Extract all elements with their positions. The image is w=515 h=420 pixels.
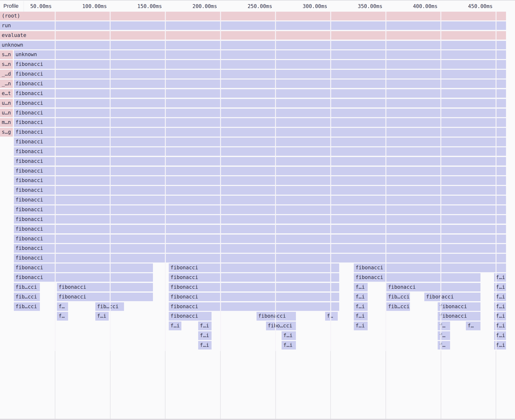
frame-bar[interactable]: m…n: [0, 118, 13, 127]
frame-bar[interactable]: fibonacci: [438, 302, 480, 311]
axis-tick-label: 150.00ms: [137, 0, 162, 12]
frame-bar[interactable]: fibo…cci: [266, 322, 296, 330]
gridline-overlay-250ms: [275, 12, 276, 351]
frame-bar[interactable]: f…: [438, 322, 450, 330]
frame-bar[interactable]: fib…cci: [14, 302, 40, 311]
frame-bar[interactable]: f…i: [354, 293, 368, 301]
frame-bar[interactable]: f…: [438, 331, 450, 340]
frame-bar[interactable]: fibonacci: [169, 273, 339, 282]
frame-bar[interactable]: fib…cci: [14, 283, 40, 292]
frame-bar[interactable]: fibonacci: [14, 176, 506, 185]
frame-bar[interactable]: fibonacci: [14, 89, 506, 98]
axis-tick-label: 300.00ms: [303, 0, 327, 12]
frame-bar[interactable]: fibonacci: [57, 293, 153, 301]
frame-bar[interactable]: f…: [438, 341, 450, 350]
frame-bar[interactable]: unknown: [0, 41, 506, 50]
frame-bar[interactable]: f…i: [354, 302, 368, 311]
frame-bar[interactable]: fibonacci: [386, 283, 480, 292]
frame-bar[interactable]: fibonacci: [14, 196, 506, 204]
axis-tick-label: 250.00ms: [248, 0, 272, 12]
frame-bar[interactable]: fibonacci: [14, 79, 506, 88]
frame-bar[interactable]: fibonacci: [14, 157, 506, 166]
gridline-overlay-300ms: [330, 12, 331, 351]
bottom-border: [0, 419, 515, 420]
frame-bar[interactable]: fibonacci: [14, 254, 506, 262]
profiler-view: (root)runevaluateunknowns…nunknowns…nfib…: [0, 0, 515, 420]
frame-bar[interactable]: fib…cci: [386, 302, 410, 311]
frame-bar[interactable]: evaluate: [0, 31, 506, 40]
gridline-overlay-450ms: [496, 12, 497, 351]
gridline-overlay-400ms: [440, 12, 441, 351]
frame-bar[interactable]: unknown: [14, 50, 506, 59]
frame-bar[interactable]: f…i: [282, 331, 296, 340]
frame-bar[interactable]: _…d: [0, 70, 13, 79]
frame-bar[interactable]: f…i: [282, 341, 296, 350]
frame-bar[interactable]: fib…cci: [14, 293, 40, 301]
frame-bar[interactable]: s…n: [0, 60, 13, 69]
frame-bar[interactable]: s…g: [0, 128, 13, 137]
axis-tick-label: 350.00ms: [358, 0, 382, 12]
frame-bar[interactable]: u…n: [0, 99, 13, 108]
frame-bar[interactable]: f…i: [354, 322, 368, 330]
frame-bar[interactable]: fibonacci: [14, 186, 506, 195]
frame-bar[interactable]: fibonacci: [14, 235, 506, 243]
frame-bar[interactable]: (root): [0, 12, 506, 20]
frame-bar[interactable]: f…: [57, 312, 68, 321]
gridline-overlay-200ms: [220, 12, 221, 351]
frame-bar[interactable]: fibonacci: [14, 118, 506, 127]
frame-bar[interactable]: f…i: [198, 341, 212, 350]
frame-bar[interactable]: f…: [57, 302, 68, 311]
axis-tick-label: 100.00ms: [82, 0, 107, 12]
frame-bar[interactable]: f…i: [354, 312, 368, 321]
frame-bar[interactable]: fibonacci: [14, 128, 506, 137]
frame-bar[interactable]: run: [0, 21, 506, 30]
frame-bar[interactable]: f…i: [198, 322, 212, 330]
axis-tick-label: 450.00ms: [468, 0, 493, 12]
frame-bar[interactable]: fibonacci: [14, 99, 506, 108]
frame-bar[interactable]: fibonacci: [14, 138, 506, 146]
frame-bar[interactable]: fibonacci: [14, 244, 506, 253]
frame-bar[interactable]: fibonacci: [57, 283, 153, 292]
frame-bar[interactable]: f…: [466, 322, 480, 330]
frame-bar[interactable]: f…i: [169, 322, 181, 330]
frame-bar[interactable]: fibonacci: [424, 293, 480, 301]
frame-bar[interactable]: fibonacci: [14, 167, 506, 175]
axis-tick-label: 200.00ms: [193, 0, 217, 12]
frame-bar[interactable]: f…: [325, 312, 338, 321]
gridline-overlay-150ms: [165, 12, 166, 351]
frame-bar[interactable]: f…i: [198, 331, 212, 340]
frame-bar[interactable]: fibonacci: [257, 312, 296, 321]
gridline-overlay-50ms: [55, 12, 56, 351]
gridline-overlay-350ms: [385, 12, 386, 351]
axis-tick-label: 50.00ms: [30, 0, 52, 12]
frame-bar[interactable]: f…i: [354, 283, 368, 292]
frame-bar[interactable]: fibonacci: [438, 312, 480, 321]
frame-bar[interactable]: s…n: [0, 50, 13, 59]
profile-tab[interactable]: Profile: [0, 0, 22, 12]
frame-bar[interactable]: fibonacci: [169, 293, 339, 301]
frame-bar[interactable]: fibonacci: [14, 60, 506, 69]
flamegraph-canvas[interactable]: (root)runevaluateunknowns…nunknowns…nfib…: [0, 0, 515, 420]
frame-bar[interactable]: _…n: [0, 79, 13, 88]
frame-bar[interactable]: fibonacci: [169, 283, 339, 292]
frame-bar[interactable]: fibonacci: [14, 147, 506, 156]
frame-bar[interactable]: fibonacci: [14, 205, 506, 214]
frame-bar[interactable]: fibonacci: [169, 263, 339, 272]
frame-bar[interactable]: fibonacci: [354, 273, 480, 282]
gridline-overlay-100ms: [110, 12, 111, 351]
frame-bar[interactable]: u…n: [0, 109, 13, 117]
frame-bar[interactable]: fibonacci: [354, 263, 506, 272]
frame-bar[interactable]: fibonacci: [14, 225, 506, 234]
timeline-header: Profile 50.00ms100.00ms150.00ms200.00ms2…: [0, 0, 515, 12]
frame-bar[interactable]: fibonacci: [14, 273, 153, 282]
header-divider: [24, 1, 24, 12]
frame-bar[interactable]: fibonacci: [14, 109, 506, 117]
frame-bar[interactable]: fib…cci: [386, 293, 410, 301]
frame-bar[interactable]: fibonacci: [169, 302, 339, 311]
frame-bar[interactable]: fibonacci: [14, 70, 506, 79]
frame-bar[interactable]: f…i: [95, 312, 108, 321]
frame-bar[interactable]: e…t: [0, 89, 13, 98]
frame-bar[interactable]: fibonacci: [14, 263, 153, 272]
frame-bar[interactable]: fibonacci: [169, 312, 212, 321]
frame-bar[interactable]: fibonacci: [14, 215, 506, 224]
